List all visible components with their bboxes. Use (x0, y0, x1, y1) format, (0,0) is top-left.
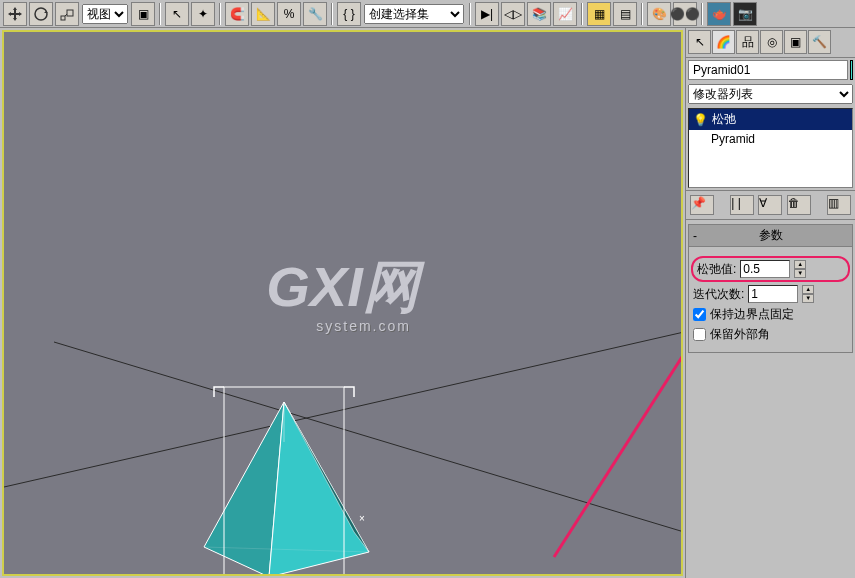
move-tool[interactable] (3, 2, 27, 26)
iterations-input[interactable] (748, 285, 798, 303)
relax-value-row: 松弛值: ▲ ▼ (691, 256, 850, 282)
relax-label: 松弛值: (697, 261, 736, 278)
modify-tab[interactable]: 🌈 (712, 30, 735, 54)
align-button[interactable]: ◁▷ (501, 2, 525, 26)
select-tool[interactable]: ↖ (165, 2, 189, 26)
save-outer-checkbox[interactable] (693, 328, 706, 341)
keep-boundary-checkbox[interactable] (693, 308, 706, 321)
material-editor[interactable]: ▤ (613, 2, 637, 26)
save-outer-label: 保留外部角 (710, 326, 770, 343)
view-coordinate-select[interactable]: 视图 (82, 4, 128, 24)
perspective-viewport[interactable]: × GXI网 system.com (2, 30, 683, 576)
save-outer-row: 保留外部角 (693, 326, 848, 343)
parameters-rollout: - 参数 松弛值: ▲ ▼ 迭代次数: ▲ ▼ (688, 224, 853, 353)
percent-snap[interactable]: % (277, 2, 301, 26)
command-panel-tabs: ↖ 🌈 品 ◎ ▣ 🔨 (686, 28, 855, 58)
svg-rect-1 (61, 16, 65, 20)
annotation-arrow-line (554, 307, 681, 557)
modifier-item-relax[interactable]: 💡 松弛 (689, 109, 852, 130)
render-setup[interactable]: 🎨 (647, 2, 671, 26)
utilities-tab[interactable]: 🔨 (808, 30, 831, 54)
remove-modifier[interactable]: 🗑 (787, 195, 811, 215)
layer-manager[interactable]: 📚 (527, 2, 551, 26)
pyramid-object[interactable]: × (154, 382, 414, 576)
hierarchy-tab[interactable]: 品 (736, 30, 759, 54)
snap-toggle[interactable]: 🧲 (225, 2, 249, 26)
rollout-header[interactable]: - 参数 (689, 225, 852, 247)
iterations-spinner-down[interactable]: ▼ (802, 294, 814, 303)
lightbulb-icon: 💡 (693, 113, 708, 127)
spinner-snap[interactable]: 🔧 (303, 2, 327, 26)
scale-tool[interactable] (55, 2, 79, 26)
motion-tab[interactable]: ◎ (760, 30, 783, 54)
object-name-input[interactable] (688, 60, 848, 80)
iterations-spinner-up[interactable]: ▲ (802, 285, 814, 294)
create-tab[interactable]: ↖ (688, 30, 711, 54)
keep-boundary-row: 保持边界点固定 (693, 306, 848, 323)
edit-named-selections[interactable]: { } (337, 2, 361, 26)
modifier-stack-toolbar: 📌 | | ∀ 🗑 ▥ (686, 190, 855, 220)
command-panel: ↖ 🌈 品 ◎ ▣ 🔨 修改器列表 💡 松弛 Pyramid 📌 (685, 28, 855, 578)
relax-spinner-up[interactable]: ▲ (794, 260, 806, 269)
svg-point-0 (35, 8, 47, 20)
make-unique[interactable]: ∀ (758, 195, 782, 215)
keep-boundary-label: 保持边界点固定 (710, 306, 794, 323)
modifier-item-base[interactable]: Pyramid (689, 130, 852, 148)
rotate-tool[interactable] (29, 2, 53, 26)
show-end-result[interactable]: | | (730, 195, 754, 215)
configure-sets[interactable]: ▥ (827, 195, 851, 215)
render-scene[interactable]: ⚫⚫ (673, 2, 697, 26)
schematic-view[interactable]: ▦ (587, 2, 611, 26)
named-selection-dropdown[interactable]: 创建选择集 (364, 4, 464, 24)
center-pivot-button[interactable]: ▣ (131, 2, 155, 26)
iterations-row: 迭代次数: ▲ ▼ (693, 285, 848, 303)
manipulate-tool[interactable]: ✦ (191, 2, 215, 26)
curve-editor[interactable]: 📈 (553, 2, 577, 26)
relax-spinner-down[interactable]: ▼ (794, 269, 806, 278)
relax-value-input[interactable] (740, 260, 790, 278)
modifier-list-dropdown[interactable]: 修改器列表 (688, 84, 853, 104)
iterations-label: 迭代次数: (693, 286, 744, 303)
collapse-icon: - (693, 229, 697, 243)
modifier-stack[interactable]: 💡 松弛 Pyramid (688, 108, 853, 188)
angle-snap[interactable]: 📐 (251, 2, 275, 26)
display-tab[interactable]: ▣ (784, 30, 807, 54)
main-toolbar: 视图 ▣ ↖ ✦ 🧲 📐 % 🔧 { } 创建选择集 ▶| ◁▷ 📚 📈 ▦ ▤… (0, 0, 855, 28)
render-button[interactable]: 📷 (733, 2, 757, 26)
svg-text:×: × (359, 513, 365, 524)
quick-render[interactable]: 🫖 (707, 2, 731, 26)
object-color-swatch[interactable] (850, 60, 853, 80)
svg-rect-2 (67, 10, 73, 16)
pin-stack-button[interactable]: 📌 (690, 195, 714, 215)
mirror-button[interactable]: ▶| (475, 2, 499, 26)
rollout-title: 参数 (759, 227, 783, 244)
